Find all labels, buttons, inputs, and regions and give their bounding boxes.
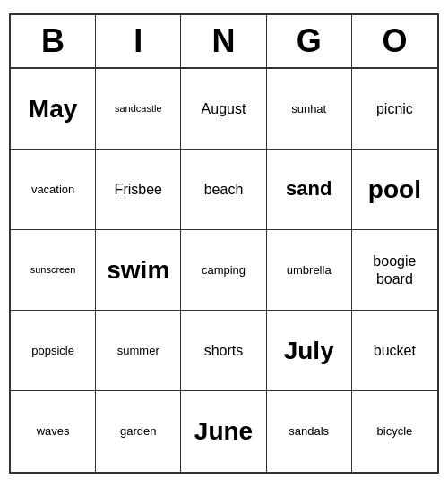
bingo-cell: bicycle xyxy=(352,391,437,472)
bingo-cell: vacation xyxy=(11,150,96,230)
bingo-cell: May xyxy=(11,69,96,150)
header-letter: B xyxy=(11,15,96,67)
bingo-cell: July xyxy=(267,311,352,391)
bingo-cell: bucket xyxy=(352,311,437,391)
bingo-cell: umbrella xyxy=(267,230,352,311)
header-letter: G xyxy=(267,15,352,67)
header-letter: O xyxy=(352,15,437,67)
bingo-cell: boogie board xyxy=(352,230,437,311)
bingo-cell: garden xyxy=(96,391,181,472)
bingo-cell: sandcastle xyxy=(96,69,181,150)
bingo-cell: summer xyxy=(96,311,181,391)
bingo-cell: June xyxy=(181,391,266,472)
bingo-cell: picnic xyxy=(352,69,437,150)
bingo-cell: August xyxy=(181,69,266,150)
bingo-cell: sunhat xyxy=(267,69,352,150)
bingo-grid: MaysandcastleAugustsunhatpicnicvacationF… xyxy=(11,69,437,472)
header-letter: I xyxy=(96,15,181,67)
bingo-cell: shorts xyxy=(181,311,266,391)
bingo-cell: sandals xyxy=(267,391,352,472)
bingo-header: BINGO xyxy=(11,15,437,69)
bingo-cell: Frisbee xyxy=(96,150,181,230)
bingo-cell: sunscreen xyxy=(11,230,96,311)
bingo-cell: beach xyxy=(181,150,266,230)
bingo-cell: waves xyxy=(11,391,96,472)
bingo-cell: sand xyxy=(267,150,352,230)
bingo-cell: camping xyxy=(181,230,266,311)
bingo-cell: swim xyxy=(96,230,181,311)
bingo-cell: popsicle xyxy=(11,311,96,391)
bingo-cell: pool xyxy=(352,150,437,230)
header-letter: N xyxy=(181,15,266,67)
bingo-card: BINGO MaysandcastleAugustsunhatpicnicvac… xyxy=(9,13,439,474)
